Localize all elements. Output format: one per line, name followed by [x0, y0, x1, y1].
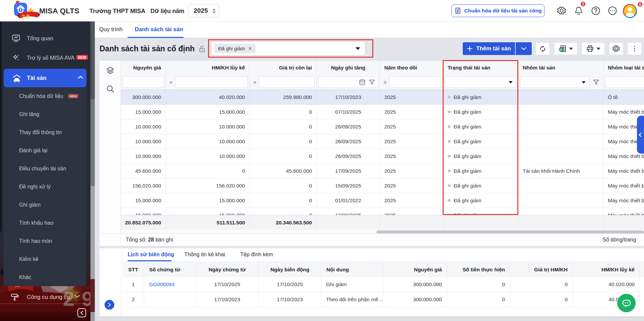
- column-header[interactable]: Giá trị còn lại: [250, 61, 317, 75]
- sidebar-subitem[interactable]: Ghi giảm: [4, 196, 86, 214]
- export-excel-button[interactable]: X: [554, 42, 577, 55]
- sidebar-subitem[interactable]: Tính khấu hao: [4, 214, 86, 232]
- combo-caret-icon[interactable]: [356, 47, 360, 50]
- table-row[interactable]: 10.000.00010.000.000026/09/20252025Đã gh…: [121, 134, 644, 149]
- table-row[interactable]: 156.020.000156.020.000015/09/20252025Đã …: [121, 178, 644, 193]
- calendar-icon[interactable]: [359, 79, 366, 86]
- funnel-icon[interactable]: [593, 79, 599, 86]
- table-row[interactable]: 10.000.00010.000.000026/09/20252025Đã gh…: [121, 149, 644, 164]
- detail-column-header[interactable]: Nội dung: [321, 262, 384, 277]
- filter-asset-type-group[interactable]: [605, 76, 644, 88]
- detail-column-header[interactable]: Giá trị HM/KH: [510, 262, 573, 277]
- column-header[interactable]: Năm theo dõi: [380, 61, 443, 75]
- filter-asset-group[interactable]: [520, 76, 589, 88]
- column-header[interactable]: Nhóm tài sản: [518, 61, 603, 75]
- chat-support-button[interactable]: [617, 294, 636, 312]
- filter-asset-status[interactable]: [445, 76, 516, 88]
- cell: 15.000.000: [121, 193, 166, 208]
- expand-detail-button[interactable]: [105, 300, 114, 310]
- detail-column-header[interactable]: STT: [123, 262, 144, 277]
- tab-history[interactable]: Lịch sử biến động: [128, 252, 174, 258]
- caret-down-icon[interactable]: [582, 81, 586, 84]
- window-scrollbar-strip[interactable]: [95, 317, 644, 321]
- sidebar-subitem[interactable]: Đánh giá lại: [4, 142, 86, 160]
- detail-row[interactable]: 1GG00009317/10/202517/10/2025Ghi giảm300…: [123, 277, 644, 292]
- normalize-button-label: Chuẩn hóa dữ liệu tài sản công: [464, 8, 542, 14]
- side-panel-toggle[interactable]: [637, 116, 644, 154]
- column-header-label: Ngày ghi tăng: [331, 65, 365, 71]
- filter-original-price[interactable]: [123, 76, 164, 88]
- equals-operator[interactable]: =: [170, 79, 173, 85]
- cell: 07/10/2025: [317, 105, 380, 119]
- help-icon[interactable]: [591, 6, 601, 16]
- filter-tracking-year[interactable]: [389, 76, 441, 88]
- detail-column-header[interactable]: HM/KH lũy kế: [573, 262, 640, 277]
- refresh-button[interactable]: [535, 42, 550, 55]
- sidebar-subitem[interactable]: Ghi tăng: [4, 105, 86, 123]
- tab-asset-list[interactable]: Danh sách tài sản: [135, 26, 183, 33]
- detail-cell[interactable]: GG000093: [144, 277, 196, 292]
- year-spinner-icon[interactable]: [212, 8, 216, 13]
- sidebar-item-overview[interactable]: Tổng quan: [0, 29, 90, 47]
- table-row[interactable]: 15.000.00015.000.000012/09/20252025Đã gh…: [121, 208, 644, 215]
- sidebar-subitem[interactable]: Chuẩn hóa dữ liệuNEW: [4, 87, 86, 105]
- detail-column-header[interactable]: Ngày biến động: [259, 262, 321, 277]
- sidebar-subitem[interactable]: Điều chuyển tài sản: [4, 160, 86, 178]
- layers-icon[interactable]: [106, 66, 115, 75]
- tab-process[interactable]: Quy trình: [99, 26, 123, 33]
- more-actions-button[interactable]: [627, 42, 642, 55]
- table-row[interactable]: 10.000.00010.000.000026/09/20252025Đã gh…: [121, 119, 644, 134]
- filter-remaining-value[interactable]: [259, 76, 315, 88]
- sidebar-subitem[interactable]: Đề nghị xử lý: [4, 178, 86, 196]
- sidebar-subitem[interactable]: Tính hao mòn: [4, 232, 86, 250]
- tab-declaration[interactable]: Thông tin kê khai: [184, 252, 225, 258]
- detail-column-header[interactable]: Nguyên giá: [384, 262, 447, 277]
- print-button[interactable]: [581, 42, 605, 55]
- column-header[interactable]: Ngày ghi tăng: [317, 61, 380, 75]
- equals-operator[interactable]: =: [253, 79, 256, 85]
- status-filter-combobox[interactable]: Đã ghi giảm ✕: [211, 41, 365, 56]
- cell: 40.020.000: [166, 90, 250, 105]
- sidebar-item-assets[interactable]: Tài sản: [4, 69, 86, 87]
- table-row[interactable]: 45.600.000045.600.00017/09/20252025Đã gh…: [121, 164, 644, 178]
- add-asset-button[interactable]: Thêm tài sản: [463, 42, 515, 55]
- user-avatar[interactable]: [623, 4, 637, 18]
- column-header[interactable]: Trạng thái tài sản: [443, 61, 518, 75]
- normalize-data-button[interactable]: Chuẩn hóa dữ liệu tài sản công: [451, 4, 544, 17]
- detail-column-header[interactable]: Ngày chứng từ: [196, 262, 259, 277]
- filter-accum-depreciation[interactable]: [175, 76, 248, 88]
- lock-open-icon[interactable]: [198, 45, 206, 53]
- grid-settings-button[interactable]: [609, 42, 623, 55]
- sidebar-subitem[interactable]: Kiểm kê: [4, 250, 86, 268]
- table-row[interactable]: 15.000.00015.000.000001/01/20222025Đã gh…: [121, 193, 644, 208]
- settings-icon[interactable]: [557, 6, 567, 16]
- tab-attachments[interactable]: Tệp đính kèm: [240, 252, 273, 258]
- funnel-icon[interactable]: [369, 79, 375, 86]
- search-icon[interactable]: [106, 85, 115, 93]
- column-header[interactable]: Nhóm loại tài sản: [603, 61, 644, 75]
- year-select[interactable]: 2025: [188, 4, 219, 17]
- table-row[interactable]: 300.000.00040.020.000259.980.00017/10/20…: [121, 90, 644, 105]
- add-asset-dropdown-button[interactable]: [515, 42, 532, 55]
- status-filter-chip[interactable]: Đã ghi giảm ✕: [214, 44, 256, 53]
- chip-remove-icon[interactable]: ✕: [248, 46, 252, 52]
- caret-down-icon[interactable]: [509, 81, 513, 84]
- detail-cell: 0: [447, 292, 510, 307]
- detail-row[interactable]: 217/10/202317/10/2023Theo dõi trên phần …: [123, 292, 644, 307]
- detail-column-header[interactable]: Số chứng từ: [144, 262, 196, 277]
- sidebar-subitem[interactable]: Khác: [4, 268, 86, 286]
- app-logo[interactable]: 2.9: [13, 0, 41, 21]
- column-header[interactable]: Nguyên giá: [121, 61, 166, 75]
- notifications-icon[interactable]: [574, 6, 584, 16]
- column-header[interactable]: HM/KH lũy kế: [166, 61, 250, 75]
- table-row[interactable]: 15.000.00015.000.000007/10/20252025Đã gh…: [121, 105, 644, 119]
- sidebar-collapse-button[interactable]: [77, 308, 86, 317]
- detail-column-header[interactable]: Số tiền thực hiện: [447, 262, 510, 277]
- sidebar-scrollbar[interactable]: [90, 21, 95, 321]
- filter-increase-date[interactable]: [318, 76, 378, 88]
- detail-cell: 17/10/2023: [259, 292, 321, 307]
- more-options-icon[interactable]: [607, 6, 618, 16]
- sidebar-subitem[interactable]: Thay đổi thông tin: [4, 123, 86, 142]
- organization-name[interactable]: Trường THPT MISA: [89, 8, 145, 15]
- equals-operator[interactable]: =: [384, 79, 387, 85]
